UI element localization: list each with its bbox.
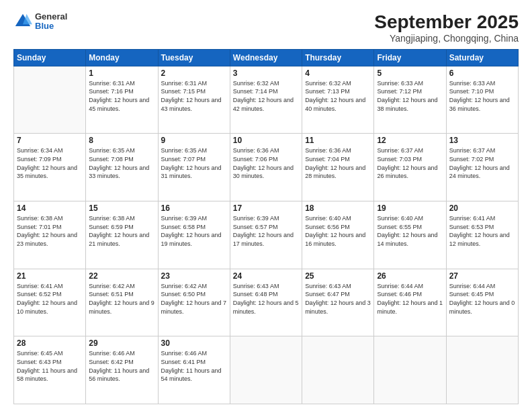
col-friday: Friday (374, 49, 446, 66)
day-number: 17 (233, 203, 299, 213)
calendar-cell: 16 Sunrise: 6:39 AM Sunset: 6:58 PM Dayl… (158, 201, 230, 269)
logo-icon (13, 12, 32, 31)
day-number: 28 (17, 338, 83, 348)
day-number: 1 (89, 68, 154, 78)
calendar-cell: 1 Sunrise: 6:31 AM Sunset: 7:16 PM Dayli… (86, 66, 158, 134)
calendar-subtitle: Yangjiaping, Chongqing, China (374, 33, 519, 44)
day-number: 5 (377, 68, 443, 78)
col-sunday: Sunday (14, 49, 86, 66)
calendar-title: September 2025 (374, 12, 519, 33)
day-info: Sunrise: 6:31 AM Sunset: 7:15 PM Dayligh… (161, 79, 227, 113)
calendar-cell (302, 336, 374, 404)
calendar-cell: 29 Sunrise: 6:46 AM Sunset: 6:42 PM Dayl… (86, 336, 158, 404)
day-number: 19 (377, 203, 443, 213)
calendar-cell: 15 Sunrise: 6:38 AM Sunset: 6:59 PM Dayl… (86, 201, 158, 269)
day-info: Sunrise: 6:40 AM Sunset: 6:56 PM Dayligh… (305, 214, 371, 248)
calendar-cell: 30 Sunrise: 6:46 AM Sunset: 6:41 PM Dayl… (158, 336, 230, 404)
calendar-cell (230, 336, 302, 404)
day-number: 26 (377, 271, 443, 281)
day-number: 4 (305, 68, 371, 78)
calendar-cell: 17 Sunrise: 6:39 AM Sunset: 6:57 PM Dayl… (230, 201, 302, 269)
calendar-cell (14, 66, 86, 134)
header: General Blue September 2025 Yangjiaping,… (13, 12, 519, 44)
calendar-cell: 26 Sunrise: 6:44 AM Sunset: 6:46 PM Dayl… (374, 269, 446, 336)
day-number: 3 (233, 68, 299, 78)
day-info: Sunrise: 6:35 AM Sunset: 7:08 PM Dayligh… (89, 146, 154, 180)
day-info: Sunrise: 6:41 AM Sunset: 6:52 PM Dayligh… (17, 282, 83, 316)
day-info: Sunrise: 6:39 AM Sunset: 6:57 PM Dayligh… (233, 214, 299, 248)
day-info: Sunrise: 6:41 AM Sunset: 6:53 PM Dayligh… (449, 214, 515, 248)
day-info: Sunrise: 6:38 AM Sunset: 6:59 PM Dayligh… (89, 214, 154, 248)
col-monday: Monday (86, 49, 158, 66)
calendar-week-row: 1 Sunrise: 6:31 AM Sunset: 7:16 PM Dayli… (14, 66, 519, 134)
day-number: 23 (161, 271, 227, 281)
day-info: Sunrise: 6:45 AM Sunset: 6:43 PM Dayligh… (17, 349, 83, 383)
calendar-cell: 7 Sunrise: 6:34 AM Sunset: 7:09 PM Dayli… (14, 134, 86, 201)
day-number: 12 (377, 136, 443, 145)
day-number: 11 (305, 136, 371, 145)
calendar-cell: 8 Sunrise: 6:35 AM Sunset: 7:08 PM Dayli… (86, 134, 158, 201)
day-info: Sunrise: 6:46 AM Sunset: 6:41 PM Dayligh… (161, 349, 227, 383)
day-number: 18 (305, 203, 371, 213)
calendar-cell: 10 Sunrise: 6:36 AM Sunset: 7:06 PM Dayl… (230, 134, 302, 201)
calendar-cell: 21 Sunrise: 6:41 AM Sunset: 6:52 PM Dayl… (14, 269, 86, 336)
day-number: 30 (161, 338, 227, 348)
day-number: 22 (89, 271, 154, 281)
day-info: Sunrise: 6:43 AM Sunset: 6:47 PM Dayligh… (305, 282, 371, 316)
calendar-cell: 11 Sunrise: 6:36 AM Sunset: 7:04 PM Dayl… (302, 134, 374, 201)
day-info: Sunrise: 6:42 AM Sunset: 6:51 PM Dayligh… (89, 282, 154, 316)
day-info: Sunrise: 6:46 AM Sunset: 6:42 PM Dayligh… (89, 349, 154, 383)
day-number: 29 (89, 338, 154, 348)
title-block: September 2025 Yangjiaping, Chongqing, C… (374, 12, 519, 44)
day-number: 9 (161, 136, 227, 145)
day-number: 14 (17, 203, 83, 213)
col-tuesday: Tuesday (158, 49, 230, 66)
day-info: Sunrise: 6:34 AM Sunset: 7:09 PM Dayligh… (17, 146, 83, 180)
day-info: Sunrise: 6:37 AM Sunset: 7:02 PM Dayligh… (449, 146, 515, 180)
calendar-cell: 13 Sunrise: 6:37 AM Sunset: 7:02 PM Dayl… (446, 134, 518, 201)
day-number: 6 (449, 68, 515, 78)
day-info: Sunrise: 6:44 AM Sunset: 6:45 PM Dayligh… (449, 282, 515, 316)
day-info: Sunrise: 6:36 AM Sunset: 7:06 PM Dayligh… (233, 146, 299, 180)
calendar-cell: 12 Sunrise: 6:37 AM Sunset: 7:03 PM Dayl… (374, 134, 446, 201)
calendar-table: Sunday Monday Tuesday Wednesday Thursday… (13, 49, 519, 404)
day-info: Sunrise: 6:43 AM Sunset: 6:48 PM Dayligh… (233, 282, 299, 316)
calendar-cell (374, 336, 446, 404)
day-number: 27 (449, 271, 515, 281)
calendar-cell: 9 Sunrise: 6:35 AM Sunset: 7:07 PM Dayli… (158, 134, 230, 201)
calendar-cell: 24 Sunrise: 6:43 AM Sunset: 6:48 PM Dayl… (230, 269, 302, 336)
col-wednesday: Wednesday (230, 49, 302, 66)
day-number: 20 (449, 203, 515, 213)
day-number: 10 (233, 136, 299, 145)
day-info: Sunrise: 6:31 AM Sunset: 7:16 PM Dayligh… (89, 79, 154, 113)
day-number: 8 (89, 136, 154, 145)
calendar-cell: 3 Sunrise: 6:32 AM Sunset: 7:14 PM Dayli… (230, 66, 302, 134)
calendar-week-row: 28 Sunrise: 6:45 AM Sunset: 6:43 PM Dayl… (14, 336, 519, 404)
calendar-cell: 18 Sunrise: 6:40 AM Sunset: 6:56 PM Dayl… (302, 201, 374, 269)
calendar-cell: 6 Sunrise: 6:33 AM Sunset: 7:10 PM Dayli… (446, 66, 518, 134)
calendar-cell: 25 Sunrise: 6:43 AM Sunset: 6:47 PM Dayl… (302, 269, 374, 336)
day-info: Sunrise: 6:44 AM Sunset: 6:46 PM Dayligh… (377, 282, 443, 316)
calendar-week-row: 21 Sunrise: 6:41 AM Sunset: 6:52 PM Dayl… (14, 269, 519, 336)
day-info: Sunrise: 6:38 AM Sunset: 7:01 PM Dayligh… (17, 214, 83, 248)
day-info: Sunrise: 6:37 AM Sunset: 7:03 PM Dayligh… (377, 146, 443, 180)
day-info: Sunrise: 6:42 AM Sunset: 6:50 PM Dayligh… (161, 282, 227, 316)
day-info: Sunrise: 6:32 AM Sunset: 7:13 PM Dayligh… (305, 79, 371, 113)
calendar-cell: 4 Sunrise: 6:32 AM Sunset: 7:13 PM Dayli… (302, 66, 374, 134)
logo: General Blue (13, 12, 67, 32)
day-number: 16 (161, 203, 227, 213)
day-info: Sunrise: 6:39 AM Sunset: 6:58 PM Dayligh… (161, 214, 227, 248)
day-number: 25 (305, 271, 371, 281)
day-number: 15 (89, 203, 154, 213)
day-number: 7 (17, 136, 83, 145)
day-number: 13 (449, 136, 515, 145)
calendar-cell: 22 Sunrise: 6:42 AM Sunset: 6:51 PM Dayl… (86, 269, 158, 336)
calendar-cell: 23 Sunrise: 6:42 AM Sunset: 6:50 PM Dayl… (158, 269, 230, 336)
day-number: 24 (233, 271, 299, 281)
calendar-header-row: Sunday Monday Tuesday Wednesday Thursday… (14, 49, 519, 66)
logo-general: General (35, 12, 67, 21)
day-info: Sunrise: 6:35 AM Sunset: 7:07 PM Dayligh… (161, 146, 227, 180)
calendar-cell (446, 336, 518, 404)
calendar-week-row: 7 Sunrise: 6:34 AM Sunset: 7:09 PM Dayli… (14, 134, 519, 201)
col-thursday: Thursday (302, 49, 374, 66)
